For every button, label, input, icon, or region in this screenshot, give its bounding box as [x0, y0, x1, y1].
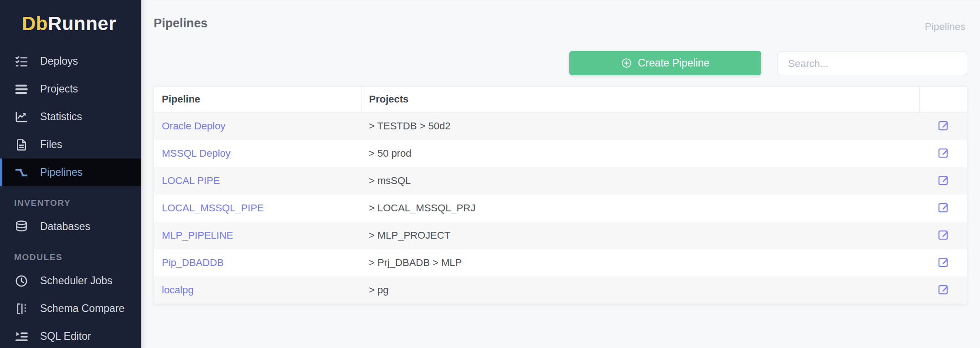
sidebar-item-scheduler-jobs[interactable]: Scheduler Jobs: [0, 267, 141, 295]
table-header-row: Pipeline Projects: [154, 87, 967, 113]
edit-pipeline-button[interactable]: [936, 146, 950, 160]
edit-icon: [937, 119, 949, 132]
pipeline-link[interactable]: Oracle Deploy: [162, 120, 225, 132]
sidebar-item-schema-compare[interactable]: Schema Compare: [0, 295, 141, 322]
table-row: LOCAL PIPE > msSQL: [154, 167, 967, 194]
sidebar-item-label: Databases: [40, 220, 90, 233]
sidebar-item-label: Projects: [40, 83, 78, 95]
pipeline-icon: [14, 165, 29, 180]
toolbar: Create Pipeline: [569, 51, 967, 76]
edit-pipeline-button[interactable]: [936, 200, 950, 215]
clock-icon: [14, 273, 29, 289]
edit-pipeline-button[interactable]: [936, 228, 950, 242]
sidebar-item-label: Pipelines: [40, 166, 83, 179]
pipeline-link[interactable]: LOCAL PIPE: [162, 175, 220, 186]
create-pipeline-button[interactable]: Create Pipeline: [569, 51, 761, 75]
sidebar-item-deploys[interactable]: Deploys: [0, 47, 141, 75]
column-header-pipeline: Pipeline: [154, 87, 361, 113]
edit-pipeline-button[interactable]: [936, 173, 950, 187]
edit-icon: [937, 201, 949, 214]
sidebar-item-label: Schema Compare: [40, 302, 124, 315]
sidebar-item-statistics[interactable]: Statistics: [0, 103, 141, 131]
main-content: Pipelines Pipelines Create Pipeline Pipe…: [141, 0, 980, 348]
pipeline-projects: > MLP_PROJECT: [361, 222, 919, 249]
column-header-actions: [919, 87, 967, 113]
pipeline-link[interactable]: MLP_PIPELINE: [162, 230, 233, 241]
chart-line-icon: [14, 109, 29, 125]
pipelines-table: Pipeline Projects Oracle Deploy > TESTDB…: [154, 87, 967, 304]
sidebar-item-label: Statistics: [40, 111, 82, 123]
sidebar-item-sql-editor[interactable]: SQL Editor: [0, 322, 141, 348]
pipeline-projects: > pg: [361, 276, 919, 304]
pipeline-projects: > TESTDB > 50d2: [361, 113, 919, 140]
bars-icon: [14, 82, 29, 97]
pipeline-projects: > 50 prod: [361, 140, 919, 167]
edit-pipeline-button[interactable]: [936, 282, 950, 297]
plus-circle-icon: [621, 57, 632, 69]
app-logo-part1: Db: [22, 13, 48, 35]
pipeline-projects: > Prj_DBADB > MLP: [361, 249, 919, 276]
table-row: LOCAL_MSSQL_PIPE > LOCAL_MSSQL_PRJ: [154, 194, 967, 222]
sidebar-item-databases[interactable]: Databases: [0, 213, 141, 241]
pipeline-link[interactable]: localpg: [162, 284, 194, 296]
edit-icon: [937, 147, 949, 159]
pipeline-link[interactable]: LOCAL_MSSQL_PIPE: [162, 202, 264, 214]
column-header-projects: Projects: [361, 87, 919, 113]
table-row: Pip_DBADDB > Prj_DBADB > MLP: [154, 249, 967, 276]
table-row: localpg > pg: [154, 276, 967, 304]
pipeline-projects: > msSQL: [361, 167, 919, 194]
sidebar-section-inventory: INVENTORY: [0, 186, 141, 213]
edit-pipeline-button[interactable]: [936, 118, 950, 133]
pipelines-table-container: Pipeline Projects Oracle Deploy > TESTDB…: [154, 86, 967, 304]
pipeline-link[interactable]: MSSQL Deploy: [162, 148, 231, 159]
sidebar-item-label: Deploys: [40, 55, 78, 67]
edit-icon: [937, 283, 949, 296]
sidebar-item-label: Files: [40, 138, 62, 151]
pipeline-link[interactable]: Pip_DBADDB: [162, 257, 224, 268]
app-logo[interactable]: DbRunner: [0, 0, 141, 47]
edit-icon: [937, 256, 949, 268]
search-input[interactable]: [778, 51, 967, 76]
file-icon: [14, 137, 29, 153]
checklist-icon: [14, 54, 29, 69]
create-pipeline-label: Create Pipeline: [638, 57, 709, 69]
sql-editor-icon: [14, 329, 29, 344]
sidebar-item-pipelines[interactable]: Pipelines: [0, 159, 141, 186]
database-icon: [14, 219, 29, 235]
edit-icon: [937, 229, 949, 241]
table-row: MLP_PIPELINE > MLP_PROJECT: [154, 222, 967, 249]
app-logo-part2: Runner: [48, 13, 116, 35]
edit-pipeline-button[interactable]: [936, 255, 950, 269]
sidebar: DbRunner Deploys Projects Statis: [0, 0, 141, 348]
compare-icon: [14, 301, 29, 317]
sidebar-item-files[interactable]: Files: [0, 131, 141, 159]
page-title: Pipelines: [154, 16, 208, 31]
breadcrumb-current: Pipelines: [925, 21, 965, 33]
sidebar-item-label: SQL Editor: [40, 330, 91, 343]
sidebar-item-label: Scheduler Jobs: [40, 275, 113, 287]
edit-icon: [937, 174, 949, 186]
table-row: Oracle Deploy > TESTDB > 50d2: [154, 113, 967, 140]
table-row: MSSQL Deploy > 50 prod: [154, 140, 967, 167]
sidebar-section-modules: MODULES: [0, 241, 141, 267]
sidebar-item-projects[interactable]: Projects: [0, 75, 141, 103]
pipeline-projects: > LOCAL_MSSQL_PRJ: [361, 194, 919, 222]
